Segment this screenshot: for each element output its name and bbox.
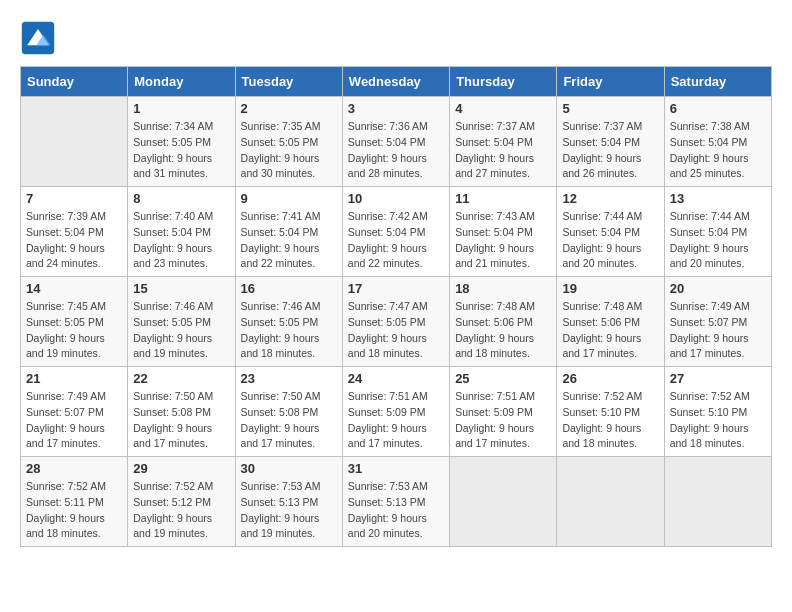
day-info: Sunrise: 7:34 AMSunset: 5:05 PMDaylight:… xyxy=(133,119,229,182)
day-info: Sunrise: 7:45 AMSunset: 5:05 PMDaylight:… xyxy=(26,299,122,362)
week-row-1: 1Sunrise: 7:34 AMSunset: 5:05 PMDaylight… xyxy=(21,97,772,187)
day-info: Sunrise: 7:53 AMSunset: 5:13 PMDaylight:… xyxy=(348,479,444,542)
day-number: 4 xyxy=(455,101,551,116)
calendar-cell: 1Sunrise: 7:34 AMSunset: 5:05 PMDaylight… xyxy=(128,97,235,187)
day-number: 18 xyxy=(455,281,551,296)
day-number: 29 xyxy=(133,461,229,476)
day-info: Sunrise: 7:51 AMSunset: 5:09 PMDaylight:… xyxy=(455,389,551,452)
calendar-cell: 20Sunrise: 7:49 AMSunset: 5:07 PMDayligh… xyxy=(664,277,771,367)
day-number: 7 xyxy=(26,191,122,206)
calendar-table: SundayMondayTuesdayWednesdayThursdayFrid… xyxy=(20,66,772,547)
day-number: 21 xyxy=(26,371,122,386)
day-number: 11 xyxy=(455,191,551,206)
day-info: Sunrise: 7:47 AMSunset: 5:05 PMDaylight:… xyxy=(348,299,444,362)
day-number: 14 xyxy=(26,281,122,296)
calendar-cell: 17Sunrise: 7:47 AMSunset: 5:05 PMDayligh… xyxy=(342,277,449,367)
day-info: Sunrise: 7:43 AMSunset: 5:04 PMDaylight:… xyxy=(455,209,551,272)
day-info: Sunrise: 7:44 AMSunset: 5:04 PMDaylight:… xyxy=(562,209,658,272)
calendar-cell: 24Sunrise: 7:51 AMSunset: 5:09 PMDayligh… xyxy=(342,367,449,457)
calendar-cell: 12Sunrise: 7:44 AMSunset: 5:04 PMDayligh… xyxy=(557,187,664,277)
calendar-cell: 21Sunrise: 7:49 AMSunset: 5:07 PMDayligh… xyxy=(21,367,128,457)
day-info: Sunrise: 7:50 AMSunset: 5:08 PMDaylight:… xyxy=(241,389,337,452)
day-number: 25 xyxy=(455,371,551,386)
day-number: 27 xyxy=(670,371,766,386)
day-info: Sunrise: 7:51 AMSunset: 5:09 PMDaylight:… xyxy=(348,389,444,452)
header-saturday: Saturday xyxy=(664,67,771,97)
day-info: Sunrise: 7:35 AMSunset: 5:05 PMDaylight:… xyxy=(241,119,337,182)
day-info: Sunrise: 7:49 AMSunset: 5:07 PMDaylight:… xyxy=(26,389,122,452)
calendar-cell: 28Sunrise: 7:52 AMSunset: 5:11 PMDayligh… xyxy=(21,457,128,547)
day-info: Sunrise: 7:41 AMSunset: 5:04 PMDaylight:… xyxy=(241,209,337,272)
day-number: 8 xyxy=(133,191,229,206)
calendar-cell: 19Sunrise: 7:48 AMSunset: 5:06 PMDayligh… xyxy=(557,277,664,367)
day-number: 10 xyxy=(348,191,444,206)
day-info: Sunrise: 7:53 AMSunset: 5:13 PMDaylight:… xyxy=(241,479,337,542)
calendar-cell: 26Sunrise: 7:52 AMSunset: 5:10 PMDayligh… xyxy=(557,367,664,457)
day-info: Sunrise: 7:52 AMSunset: 5:10 PMDaylight:… xyxy=(670,389,766,452)
week-row-4: 21Sunrise: 7:49 AMSunset: 5:07 PMDayligh… xyxy=(21,367,772,457)
day-number: 30 xyxy=(241,461,337,476)
day-number: 9 xyxy=(241,191,337,206)
calendar-cell: 10Sunrise: 7:42 AMSunset: 5:04 PMDayligh… xyxy=(342,187,449,277)
calendar-cell: 6Sunrise: 7:38 AMSunset: 5:04 PMDaylight… xyxy=(664,97,771,187)
day-info: Sunrise: 7:48 AMSunset: 5:06 PMDaylight:… xyxy=(562,299,658,362)
header-thursday: Thursday xyxy=(450,67,557,97)
day-info: Sunrise: 7:46 AMSunset: 5:05 PMDaylight:… xyxy=(133,299,229,362)
day-info: Sunrise: 7:48 AMSunset: 5:06 PMDaylight:… xyxy=(455,299,551,362)
calendar-cell: 9Sunrise: 7:41 AMSunset: 5:04 PMDaylight… xyxy=(235,187,342,277)
day-number: 12 xyxy=(562,191,658,206)
day-number: 22 xyxy=(133,371,229,386)
calendar-cell: 4Sunrise: 7:37 AMSunset: 5:04 PMDaylight… xyxy=(450,97,557,187)
day-info: Sunrise: 7:37 AMSunset: 5:04 PMDaylight:… xyxy=(455,119,551,182)
page-header xyxy=(20,20,772,56)
calendar-header-row: SundayMondayTuesdayWednesdayThursdayFrid… xyxy=(21,67,772,97)
calendar-cell: 22Sunrise: 7:50 AMSunset: 5:08 PMDayligh… xyxy=(128,367,235,457)
header-friday: Friday xyxy=(557,67,664,97)
calendar-cell: 11Sunrise: 7:43 AMSunset: 5:04 PMDayligh… xyxy=(450,187,557,277)
calendar-cell: 18Sunrise: 7:48 AMSunset: 5:06 PMDayligh… xyxy=(450,277,557,367)
calendar-cell: 15Sunrise: 7:46 AMSunset: 5:05 PMDayligh… xyxy=(128,277,235,367)
calendar-cell: 8Sunrise: 7:40 AMSunset: 5:04 PMDaylight… xyxy=(128,187,235,277)
calendar-cell xyxy=(664,457,771,547)
day-number: 23 xyxy=(241,371,337,386)
calendar-cell: 30Sunrise: 7:53 AMSunset: 5:13 PMDayligh… xyxy=(235,457,342,547)
calendar-cell: 3Sunrise: 7:36 AMSunset: 5:04 PMDaylight… xyxy=(342,97,449,187)
week-row-5: 28Sunrise: 7:52 AMSunset: 5:11 PMDayligh… xyxy=(21,457,772,547)
header-monday: Monday xyxy=(128,67,235,97)
day-info: Sunrise: 7:49 AMSunset: 5:07 PMDaylight:… xyxy=(670,299,766,362)
day-info: Sunrise: 7:39 AMSunset: 5:04 PMDaylight:… xyxy=(26,209,122,272)
header-sunday: Sunday xyxy=(21,67,128,97)
day-number: 13 xyxy=(670,191,766,206)
calendar-cell: 23Sunrise: 7:50 AMSunset: 5:08 PMDayligh… xyxy=(235,367,342,457)
day-number: 2 xyxy=(241,101,337,116)
calendar-cell xyxy=(557,457,664,547)
day-number: 16 xyxy=(241,281,337,296)
day-number: 24 xyxy=(348,371,444,386)
header-tuesday: Tuesday xyxy=(235,67,342,97)
calendar-cell: 2Sunrise: 7:35 AMSunset: 5:05 PMDaylight… xyxy=(235,97,342,187)
day-info: Sunrise: 7:37 AMSunset: 5:04 PMDaylight:… xyxy=(562,119,658,182)
calendar-cell: 7Sunrise: 7:39 AMSunset: 5:04 PMDaylight… xyxy=(21,187,128,277)
calendar-cell: 14Sunrise: 7:45 AMSunset: 5:05 PMDayligh… xyxy=(21,277,128,367)
calendar-cell: 27Sunrise: 7:52 AMSunset: 5:10 PMDayligh… xyxy=(664,367,771,457)
calendar-cell: 16Sunrise: 7:46 AMSunset: 5:05 PMDayligh… xyxy=(235,277,342,367)
header-wednesday: Wednesday xyxy=(342,67,449,97)
logo-icon xyxy=(20,20,56,56)
day-number: 26 xyxy=(562,371,658,386)
day-number: 15 xyxy=(133,281,229,296)
day-info: Sunrise: 7:50 AMSunset: 5:08 PMDaylight:… xyxy=(133,389,229,452)
day-number: 19 xyxy=(562,281,658,296)
week-row-2: 7Sunrise: 7:39 AMSunset: 5:04 PMDaylight… xyxy=(21,187,772,277)
day-number: 1 xyxy=(133,101,229,116)
calendar-cell: 5Sunrise: 7:37 AMSunset: 5:04 PMDaylight… xyxy=(557,97,664,187)
day-info: Sunrise: 7:40 AMSunset: 5:04 PMDaylight:… xyxy=(133,209,229,272)
calendar-cell: 25Sunrise: 7:51 AMSunset: 5:09 PMDayligh… xyxy=(450,367,557,457)
calendar-cell: 29Sunrise: 7:52 AMSunset: 5:12 PMDayligh… xyxy=(128,457,235,547)
day-number: 31 xyxy=(348,461,444,476)
day-info: Sunrise: 7:44 AMSunset: 5:04 PMDaylight:… xyxy=(670,209,766,272)
day-info: Sunrise: 7:52 AMSunset: 5:12 PMDaylight:… xyxy=(133,479,229,542)
day-number: 6 xyxy=(670,101,766,116)
calendar-cell xyxy=(21,97,128,187)
calendar-cell: 13Sunrise: 7:44 AMSunset: 5:04 PMDayligh… xyxy=(664,187,771,277)
day-info: Sunrise: 7:42 AMSunset: 5:04 PMDaylight:… xyxy=(348,209,444,272)
